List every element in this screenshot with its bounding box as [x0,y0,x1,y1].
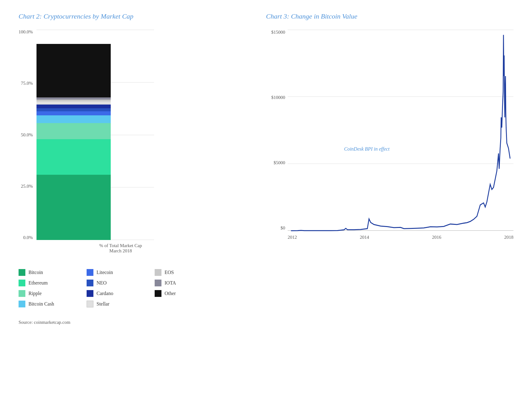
chart2-bar-area [36,30,154,240]
legend-swatch-neo [87,280,93,286]
chart2-title-prefix: Chart 2: [19,12,42,20]
x-label-2016: 2016 [432,235,441,240]
legend-label-cardano: Cardano [97,291,113,296]
bar-segment-bitcoin [36,175,111,240]
legend-swatch-litecoin [87,269,93,276]
legend-item-litecoin: Litecoin [87,269,155,276]
chart3-plot-area: CoinDesk BPI in effect [288,30,513,231]
chart2-title-text: Cryptocurrencies by Market Cap [42,12,133,20]
bar-segment-ethereum [36,139,111,175]
legend-label-iota: IOTA [165,280,176,286]
y-label-0: 0.0% [23,235,33,240]
legend-swatch-other [155,290,161,297]
x-label-2012: 2012 [288,235,297,240]
legend-label-eos: EOS [165,270,174,275]
legend-col-0: BitcoinEthereumRippleBitcoin Cash [19,269,87,307]
legend-label-ethereum: Ethereum [28,280,48,286]
chart2-title: Chart 2: Cryptocurrencies by Market Cap [19,12,266,20]
chart3-y-axis: $15000 $10000 $5000 $0 [266,30,288,231]
y-label-10000: $10000 [271,95,285,100]
y-label-15000: $15000 [271,30,285,35]
legend-item-eos: EOS [155,269,223,276]
bar-segment-other [36,44,111,97]
chart2-x-label: % of Total Market CapMarch 2018 [19,243,204,254]
legend-item-bitcoin-cash: Bitcoin Cash [19,301,87,307]
legend-item-other: Other [155,290,223,297]
y-label-100: 100.0% [19,30,33,34]
y-label-75: 75.0% [21,81,33,86]
legend-item-ripple: Ripple [19,290,87,297]
chart3-title-prefix: Chart 3: [266,12,289,20]
legend-label-stellar: Stellar [97,301,109,307]
chart2-y-axis: 100.0% 75.0% 50.0% 25.0% 0.0% [19,30,36,240]
y-label-50: 50.0% [21,133,33,137]
bar-segment-ripple [36,123,111,139]
legend-swatch-ethereum [19,280,25,286]
legend-item-stellar: Stellar [87,301,155,307]
chart3-x-axis: 2012 2014 2016 2018 [288,233,513,240]
legend-label-neo: NEO [97,280,107,286]
bar-segment-stellar [36,101,111,105]
legend-col-2: EOSIOTAOther [155,269,223,307]
legend-swatch-bitcoin-cash [19,301,25,307]
legend-swatch-eos [155,269,161,276]
chart2-container: 100.0% 75.0% 50.0% 25.0% 0.0% % of Total [19,30,266,254]
x-label-2018: 2018 [504,235,513,240]
bar-segment-neo [36,108,111,111]
source-text: Source: coinmarketcap.com [19,320,513,325]
bar-segment-cardano [36,105,111,109]
stacked-bar [36,42,111,240]
bar-segment-litecoin [36,111,111,115]
coindesk-label: CoinDesk BPI in effect [344,146,390,152]
legend-label-litecoin: Litecoin [97,270,113,275]
y-label-5000: $5000 [274,160,285,165]
legend-label-other: Other [165,291,176,296]
y-label-0: $0 [281,225,285,231]
legend-label-bitcoin: Bitcoin [28,270,43,275]
legend-item-bitcoin: Bitcoin [19,269,87,276]
legend-item-iota: IOTA [155,280,223,286]
gridline-100 [36,30,154,30]
legend-swatch-bitcoin [19,269,25,276]
bar-segment-bitcoin-cash [36,115,111,123]
legend-item-cardano: Cardano [87,290,155,297]
chart3-title-text: Change in Bitcoin Value [289,12,357,20]
legend-swatch-stellar [87,301,93,307]
bitcoin-line-chart [288,30,513,231]
legend-col-1: LitecoinNEOCardanoStellar [87,269,155,307]
legend-item-neo: NEO [87,280,155,286]
legend-label-bitcoin-cash: Bitcoin Cash [28,301,54,307]
legend-label-ripple: Ripple [28,291,42,296]
x-label-2014: 2014 [360,235,369,240]
chart3-container: $15000 $10000 $5000 $0 CoinDesk BPI in e… [266,30,513,240]
legend-item-ethereum: Ethereum [19,280,87,286]
legend-swatch-ripple [19,290,25,297]
legend: BitcoinEthereumRippleBitcoin CashLitecoi… [19,269,513,307]
legend-swatch-cardano [87,290,93,297]
chart3-title: Chart 3: Change in Bitcoin Value [266,12,513,20]
y-label-25: 25.0% [21,184,33,189]
legend-swatch-iota [155,280,161,286]
